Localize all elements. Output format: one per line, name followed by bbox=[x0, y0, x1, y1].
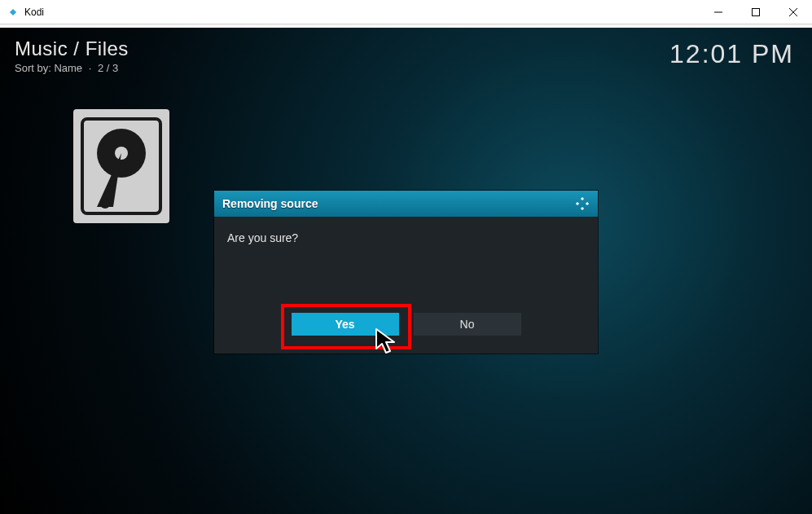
breadcrumb: Music / Files bbox=[15, 37, 129, 60]
dialog-header: Removing source bbox=[214, 191, 598, 217]
window-close-button[interactable] bbox=[775, 0, 812, 24]
svg-rect-11 bbox=[586, 202, 589, 205]
item-counter: 2 / 3 bbox=[98, 62, 118, 74]
svg-point-8 bbox=[100, 199, 110, 209]
dialog-title: Removing source bbox=[222, 197, 318, 210]
sort-label: Sort by: Name bbox=[15, 62, 82, 74]
yes-button[interactable]: Yes bbox=[292, 313, 399, 336]
kodi-app-area: Music / Files Sort by: Name · 2 / 3 12:0… bbox=[0, 28, 812, 514]
separator-dot: · bbox=[89, 62, 92, 74]
dialog-message: Are you sure? bbox=[227, 231, 298, 244]
harddrive-icon bbox=[73, 109, 169, 223]
clock: 12:01 PM bbox=[669, 39, 794, 69]
svg-rect-0 bbox=[10, 8, 16, 15]
dialog-body: Are you sure? bbox=[214, 217, 598, 305]
page-header: Music / Files Sort by: Name · 2 / 3 bbox=[15, 37, 129, 74]
window-titlebar: Kodi bbox=[0, 0, 812, 24]
svg-rect-9 bbox=[581, 197, 584, 200]
no-button[interactable]: No bbox=[414, 313, 521, 336]
window-maximize-button[interactable] bbox=[737, 0, 775, 24]
svg-rect-2 bbox=[753, 8, 760, 15]
sort-info: Sort by: Name · 2 / 3 bbox=[15, 62, 129, 74]
dialog-button-row: Yes No bbox=[214, 305, 598, 354]
svg-rect-12 bbox=[581, 207, 584, 210]
kodi-app-icon bbox=[7, 6, 20, 19]
svg-rect-10 bbox=[576, 202, 579, 205]
confirm-dialog: Removing source Are you sure? Yes No bbox=[214, 191, 598, 354]
kodi-logo-icon bbox=[575, 196, 590, 211]
window-minimize-button[interactable] bbox=[700, 0, 737, 24]
window-title: Kodi bbox=[24, 7, 44, 18]
